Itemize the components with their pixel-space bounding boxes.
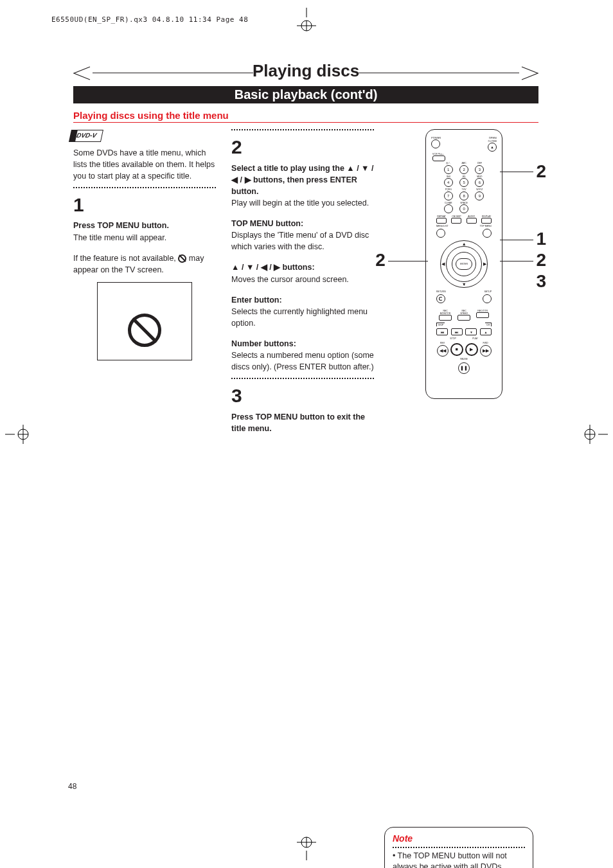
divider [231, 378, 374, 379]
step-1-body: The title menu will appear. [73, 232, 216, 244]
return-label: RETURN [436, 290, 446, 293]
power-label: POWER [431, 136, 441, 139]
num-label: DEF [473, 163, 486, 165]
step-2-number: 2 [231, 133, 374, 161]
callout-2-left: 2 [375, 250, 386, 270]
enter-heading: Enter button: [231, 294, 374, 306]
fn-label: CM SKIP [451, 215, 461, 218]
menu-list-button [436, 229, 445, 238]
step-2-heading: Select a title to play using the ▲ / ▼ /… [231, 163, 374, 197]
enter-button: ENTER [456, 258, 472, 270]
nav-wheel: ENTER ▲ ▼ ◀ ▶ [440, 240, 488, 288]
menu-list-label: MENU/LIST [436, 225, 449, 227]
num-label: PQRS [441, 189, 455, 191]
file-header: E6550UD(EN_SP_FR).qx3 04.8.10 11:34 Page… [51, 15, 248, 24]
num-label: @ / . [441, 163, 455, 165]
fn-button [436, 218, 447, 224]
rec-button [458, 315, 470, 321]
divider [231, 129, 374, 130]
column-2: 2 Select a title to play using the ▲ / ▼… [231, 129, 374, 434]
up-arrow-icon: ▲ [462, 242, 466, 246]
tv-illustration [97, 282, 192, 360]
remote-illustration: POWER OPEN/ CLOSE ▲ VCR Plus+ [425, 129, 502, 399]
fn-button [466, 218, 477, 224]
step-1-heading: Press TOP MENU button. [73, 220, 216, 231]
num-button: 2 [459, 165, 468, 174]
down-arrow-icon: ▼ [462, 282, 466, 287]
play-label: PLAY [472, 337, 478, 340]
dvd-badge: DVD-V [72, 130, 103, 142]
forbidden-icon [128, 314, 161, 347]
forbidden-icon-small [178, 254, 186, 263]
rec-row: REC MONITORREC SPEEDREC/OTR [431, 310, 497, 321]
step-3-heading: Press TOP MENU button to exit the title … [231, 411, 374, 434]
eject-button: ▲ [488, 143, 497, 152]
number-body: Selects a numbered menu option (some dis… [231, 350, 374, 373]
num-label: ABC [457, 163, 470, 165]
number-pad: @ / .1ABC2DEF3GHI4JKL5MNO6PQRS7TUV8WXYZ9… [431, 161, 497, 213]
column-3: POWER OPEN/ CLOSE ▲ VCR Plus+ [389, 129, 538, 434]
number-heading: Number buttons: [231, 338, 374, 350]
arrows-body: Moves the cursor around screen. [231, 274, 374, 285]
stop-button: ■ [450, 343, 463, 356]
callout-3: 3 [536, 271, 546, 292]
chevron-right-icon [520, 66, 540, 80]
fn-label: REPEAT [436, 215, 447, 218]
num-button [444, 204, 453, 213]
num-button: 6 [475, 178, 484, 187]
fn-label: DISPLAY [481, 215, 492, 218]
column-1: DVD-V Some DVDs have a title menu, which… [73, 129, 216, 434]
page-title: Playing discs [247, 61, 364, 81]
num-button: 8 [459, 191, 468, 200]
rev-button: ◀◀ [437, 345, 449, 357]
fn-button [481, 218, 492, 224]
step-3-number: 3 [231, 382, 374, 410]
subtitle-bar: Basic playback (cont'd) [73, 86, 538, 103]
open-close-label: OPEN/ CLOSE [488, 136, 497, 143]
top-menu-label: TOP MENU [480, 225, 492, 227]
crop-mark-left [5, 421, 31, 447]
num-button: 5 [459, 178, 468, 187]
rec-label: REC/OTR [476, 310, 489, 312]
page-number: 48 [68, 782, 76, 791]
enter-body: Selects the currently highlighted menu o… [231, 306, 374, 329]
step-1-number: 1 [73, 191, 216, 219]
crop-mark-right [582, 421, 608, 447]
rec-button [439, 315, 452, 321]
pause-button: ❚❚ [458, 362, 470, 374]
ch-up-button: ▲ [480, 328, 492, 335]
return-button [436, 294, 445, 303]
num-label: MNO [473, 176, 486, 179]
note-bullet-1: • The TOP MENU button will not always be… [393, 851, 525, 868]
ch-down-button: ▼ [465, 328, 477, 335]
num-label: TUV [457, 189, 470, 191]
left-arrow-icon: ◀ [441, 261, 445, 267]
page-title-bar: Playing discs [68, 61, 544, 81]
crop-mark-bottom [294, 835, 319, 860]
divider [73, 187, 216, 188]
play-button: ▶ [465, 343, 478, 356]
setup-label: SETUP [484, 290, 492, 293]
power-button [431, 139, 440, 148]
num-label: JKL [457, 176, 470, 179]
chevron-left-icon [72, 66, 91, 80]
num-button: 4 [444, 178, 453, 187]
step-1-body2: If the feature is not available, may app… [73, 252, 216, 276]
num-button: 1 [444, 165, 453, 174]
fwd-button: ▶▶ [480, 345, 492, 357]
num-button: 7 [444, 191, 453, 200]
ch-label: CH [485, 323, 492, 326]
topmenu-body: Displays the 'Title menu' of a DVD disc … [231, 229, 374, 252]
rec-label: REC SPEED [458, 310, 470, 315]
section-heading: Playing discs using the title menu [73, 110, 538, 123]
top-menu-button [483, 229, 492, 238]
function-row: REPEATCM SKIPAUDIODISPLAY [431, 215, 497, 224]
num-button: 0 [459, 204, 468, 213]
skip-fwd-button: ⏭ [451, 328, 463, 335]
arrows-heading: ▲ / ▼ / ◀ / ▶ buttons: [231, 261, 374, 273]
num-label: GHI [441, 176, 455, 179]
num-label: WXYZ [473, 189, 486, 191]
rev-label: REV [440, 342, 445, 344]
rec-label: REC MONITOR [439, 310, 452, 315]
fn-button [451, 218, 461, 224]
